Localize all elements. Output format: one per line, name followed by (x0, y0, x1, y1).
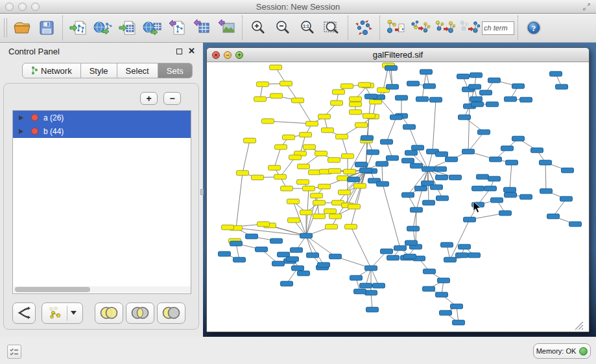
graph-node-blue[interactable] (436, 292, 448, 297)
graph-node-blue[interactable] (423, 200, 435, 205)
memory-status-button[interactable]: Memory: OK (533, 343, 591, 359)
graph-node-blue[interactable] (291, 247, 303, 253)
graph-node-yellow[interactable] (344, 169, 356, 174)
graph-node-blue[interactable] (411, 163, 423, 168)
graph-node-blue[interactable] (219, 251, 231, 256)
graph-node-blue[interactable] (300, 233, 313, 238)
graph-node-blue[interactable] (278, 252, 290, 257)
graph-edge[interactable] (280, 157, 295, 177)
window-titlebar[interactable]: Session: New Session (0, 0, 596, 14)
import-table-file-button[interactable] (115, 16, 140, 40)
graph-node-blue[interactable] (436, 196, 449, 201)
minimize-network-button[interactable]: − (224, 51, 232, 59)
graph-node-blue[interactable] (540, 160, 552, 165)
add-set-button[interactable]: + (140, 92, 158, 105)
graph-node-blue[interactable] (281, 281, 293, 286)
expand-triangle-icon[interactable] (19, 115, 23, 120)
graph-node-blue[interactable] (270, 238, 283, 244)
graph-node-blue[interactable] (436, 152, 448, 157)
graph-node-blue[interactable] (512, 84, 525, 89)
graph-edge[interactable] (545, 163, 546, 191)
graph-node-yellow[interactable] (329, 214, 342, 219)
graph-node-yellow[interactable] (355, 122, 368, 128)
graph-node-blue[interactable] (504, 187, 516, 192)
tab-sets[interactable]: Sets (158, 63, 193, 78)
graph-node-yellow[interactable] (313, 214, 326, 219)
graph-node-blue[interactable] (505, 192, 517, 198)
graph-edge[interactable] (236, 173, 243, 228)
graph-node-yellow[interactable] (322, 128, 334, 133)
graph-node-blue[interactable] (407, 81, 420, 86)
graph-node-yellow[interactable] (275, 144, 287, 150)
import-network-file-button[interactable] (66, 16, 91, 40)
graph-node-yellow[interactable] (370, 99, 382, 104)
graph-node-blue[interactable] (550, 71, 562, 76)
graph-node-yellow[interactable] (268, 165, 281, 170)
graph-node-blue[interactable] (560, 196, 573, 201)
export-network-button[interactable] (165, 16, 189, 40)
import-network-url-button[interactable] (91, 16, 115, 40)
graph-node-blue[interactable] (377, 181, 389, 187)
graph-node-blue[interactable] (376, 161, 388, 166)
graph-node-yellow[interactable] (345, 224, 357, 229)
toolbar-drag-handle[interactable] (4, 18, 7, 38)
graph-node-blue[interactable] (451, 304, 463, 309)
graph-node-blue[interactable] (449, 175, 462, 180)
graph-node-blue[interactable] (512, 136, 525, 141)
graph-node-blue[interactable] (499, 210, 512, 216)
graph-node-yellow[interactable] (300, 210, 313, 215)
graph-node-blue[interactable] (272, 261, 285, 266)
zoom-window-button[interactable] (31, 3, 40, 11)
graph-node-blue[interactable] (505, 97, 517, 102)
graph-node-yellow[interactable] (331, 100, 343, 106)
graph-edge[interactable] (383, 184, 400, 248)
set-row-a[interactable]: a (26) (13, 111, 191, 124)
graph-node-yellow[interactable] (309, 170, 321, 175)
create-set-from-network-button[interactable] (42, 302, 83, 324)
graph-node-blue[interactable] (488, 78, 501, 83)
graph-node-blue[interactable] (307, 253, 319, 258)
graph-node-blue[interactable] (520, 194, 532, 199)
export-table-button[interactable] (189, 16, 214, 40)
graph-node-blue[interactable] (366, 307, 379, 312)
graph-node-blue[interactable] (287, 256, 299, 262)
graph-edge[interactable] (510, 163, 512, 190)
graph-node-yellow[interactable] (311, 193, 323, 198)
resize-grip-icon[interactable] (582, 328, 583, 330)
graph-node-yellow[interactable] (270, 65, 282, 70)
graph-node-yellow[interactable] (318, 114, 331, 119)
graph-node-yellow[interactable] (304, 144, 316, 150)
graph-node-blue[interactable] (394, 245, 407, 251)
difference-sets-button[interactable] (157, 302, 185, 324)
graph-node-blue[interactable] (436, 175, 448, 180)
graph-node-blue[interactable] (402, 192, 414, 198)
graph-node-blue[interactable] (402, 158, 414, 163)
graph-node-yellow[interactable] (303, 186, 315, 191)
minimize-window-button[interactable] (18, 3, 27, 11)
graph-node-blue[interactable] (547, 214, 560, 219)
graph-node-blue[interactable] (387, 255, 399, 260)
graph-node-blue[interactable] (471, 102, 484, 107)
graph-node-blue[interactable] (412, 145, 424, 150)
graph-node-blue[interactable] (478, 130, 490, 135)
graph-node-blue[interactable] (469, 84, 481, 89)
horizontal-scrollbar[interactable] (14, 286, 191, 293)
graph-node-blue[interactable] (488, 176, 501, 181)
graph-node-yellow[interactable] (297, 179, 309, 185)
network-window-titlebar[interactable]: × − + galFiltered.sif (207, 48, 589, 62)
graph-node-yellow[interactable] (329, 168, 341, 174)
graph-node-blue[interactable] (531, 148, 543, 153)
graph-node-yellow[interactable] (300, 132, 312, 137)
help-button[interactable]: ? (521, 16, 546, 40)
graph-node-yellow[interactable] (328, 157, 340, 163)
graph-node-blue[interactable] (556, 84, 568, 89)
graph-node-blue[interactable] (348, 177, 360, 182)
graph-node-blue[interactable] (562, 168, 574, 173)
graph-node-blue[interactable] (520, 97, 532, 102)
graph-node-yellow[interactable] (341, 84, 353, 89)
graph-node-blue[interactable] (381, 249, 393, 254)
graph-node-blue[interactable] (446, 157, 458, 162)
zoom-out-button[interactable] (270, 16, 295, 40)
graph-node-blue[interactable] (480, 90, 492, 95)
zoom-in-button[interactable] (246, 16, 270, 40)
